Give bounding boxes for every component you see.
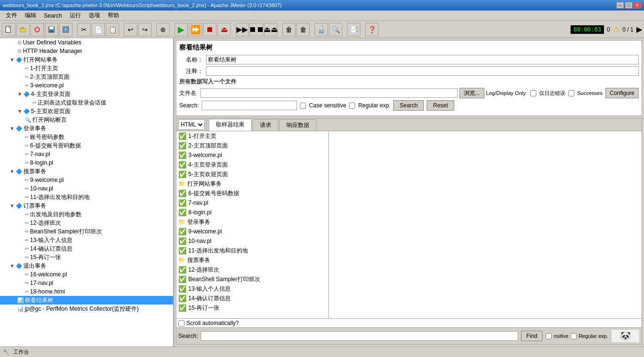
close-btn[interactable]: ✕ <box>634 2 641 9</box>
result-item[interactable]: ✅ 14-确认订票信息 <box>176 294 328 303</box>
result-item[interactable]: ✅ 6-提交账号密码数据 <box>176 189 328 198</box>
tree-item-select-dest[interactable]: ✏ 11-选择出发地和目的地 <box>0 193 173 201</box>
bottom-case-checkbox[interactable] <box>545 333 552 339</box>
result-item[interactable]: 📁 打开网站事务 <box>176 179 328 189</box>
result-item[interactable]: ✅ 9-welcome.pl <box>176 227 328 236</box>
reset-btn[interactable]: Reset <box>427 100 454 111</box>
result-item[interactable]: 📁 登录事务 <box>176 217 328 227</box>
save-template-btn[interactable]: T <box>59 23 72 36</box>
result-item[interactable]: ✅ 1-打开主页 <box>176 131 328 141</box>
paste-btn[interactable]: 📋 <box>106 23 119 36</box>
regular-exp-checkbox[interactable] <box>349 103 355 109</box>
html-format-select[interactable]: HTML <box>178 119 204 130</box>
clear-results-btn[interactable]: 🗑 <box>296 23 310 36</box>
close-file-btn[interactable] <box>31 23 44 36</box>
tree-item-confirm-book[interactable]: ✏ 14-确认订票信息 <box>0 244 173 253</box>
errors-only-checkbox[interactable] <box>530 90 536 96</box>
tree-item-submit-pwd[interactable]: ✏ 6-提交账号密码数据 <box>0 141 173 150</box>
menu-search[interactable]: Search <box>40 11 66 20</box>
new-btn[interactable] <box>2 23 15 36</box>
open-btn[interactable] <box>16 23 30 36</box>
configure-btn[interactable]: Configure <box>605 88 639 98</box>
menu-file[interactable]: 文件 <box>2 10 21 21</box>
case-sensitive-checkbox[interactable] <box>300 103 306 109</box>
tree-item-pwd-params[interactable]: ✏ 账号密码参数 <box>0 133 173 141</box>
tree-item-dest-params[interactable]: ✏ 出发地及目的地参数 <box>0 210 173 219</box>
result-item[interactable]: ✅ 4-主页登录页面 <box>176 160 328 169</box>
name-input[interactable] <box>206 55 639 64</box>
tree-item-logout-tx[interactable]: ▼ 🔷 退出事务 <box>0 262 173 270</box>
tree-item-search-tx[interactable]: ▼ 🔷 搜票事务 <box>0 167 173 176</box>
find-btn[interactable]: 🔍 <box>329 23 342 36</box>
menu-run[interactable]: 运行 <box>66 10 85 21</box>
templates-btn[interactable]: 📑 <box>347 23 360 36</box>
tree-item-login-tx[interactable]: ▼ 🔷 登录事务 <box>0 124 173 133</box>
tree-item-personal-info[interactable]: ✏ 13-输入个人信息 <box>0 236 173 244</box>
tree-item-beanshell[interactable]: ✏ BeanShell Sampler打印班次 <box>0 227 173 236</box>
remote-shutdown-btn[interactable]: ⏏⏏ <box>264 23 277 36</box>
restore-btn[interactable]: □ <box>625 2 633 9</box>
tree-item-http-header[interactable]: ⚙ HTTP Header Manager <box>0 47 173 55</box>
find-btn[interactable]: Find <box>521 331 542 341</box>
tree-item-user-vars[interactable]: ⚙ User Defined Variables <box>0 38 173 47</box>
tree-item-perfmon[interactable]: 📊 jp@gc - PerfMon Metrics Collector(监控硬件… <box>0 304 173 313</box>
tree-item-login8[interactable]: ✏ 8-login.pl <box>0 158 173 167</box>
tree-item-open-main[interactable]: ✏ 1-打开主页 <box>0 64 173 73</box>
function-helper-btn[interactable]: 🔬 <box>315 23 328 36</box>
undo-btn[interactable]: ↩ <box>124 23 137 36</box>
tree-item-book-again[interactable]: ✏ 15-再订一张 <box>0 253 173 262</box>
search-input[interactable] <box>202 101 297 110</box>
result-item[interactable]: ✅ 3-welcome.pl <box>176 150 328 160</box>
tree-item-main-top[interactable]: ✏ 2-主页顶部页面 <box>0 73 173 81</box>
tree-item-regex-extract[interactable]: ✏ 正则表达式提取登录会话值 <box>0 98 173 107</box>
cut-btn[interactable]: ✂ <box>77 23 91 36</box>
result-item[interactable]: ✅ 2-主页顶部页面 <box>176 141 328 150</box>
minimize-btn[interactable]: ─ <box>616 2 624 9</box>
successes-checkbox[interactable] <box>568 90 574 96</box>
help-btn[interactable]: ❓ <box>365 23 378 36</box>
scroll-auto-checkbox[interactable] <box>178 320 184 326</box>
tree-item-nav10[interactable]: ✏ 10-nav.pl <box>0 184 173 193</box>
search-btn[interactable]: Search <box>393 100 424 111</box>
result-item[interactable]: ✅ 7-nav.pl <box>176 198 328 208</box>
tree-item-welcome9[interactable]: ✏ 9-welcome.pl <box>0 176 173 184</box>
menu-edit[interactable]: 编辑 <box>21 10 40 21</box>
stop-btn[interactable]: ⏹ <box>203 23 216 36</box>
result-item[interactable]: ✅ 11-选择出发地和目的地 <box>176 246 328 255</box>
bottom-search-input[interactable] <box>201 331 518 341</box>
tree-item-assertion[interactable]: 🔍 打开网站断言 <box>0 116 173 124</box>
clear-btn[interactable]: 🗑 <box>282 23 296 36</box>
tree-item-welcome16[interactable]: ✏ 16-welcome.pl <box>0 270 173 279</box>
tree-item-nav7[interactable]: ✏ 7-nav.pl <box>0 150 173 158</box>
result-item[interactable]: ✅ 15-再订一张 <box>176 303 328 313</box>
tree-item-welcome[interactable]: ✏ 3-welcome.pl <box>0 81 173 90</box>
tree-item-login-page-tx[interactable]: ▼ 🔷 4-主页登录页面 <box>0 90 173 98</box>
result-tree[interactable]: ✅ 1-打开主页 ✅ 2-主页顶部页面 ✅ 3-welcome.pl ✅ 4-主… <box>176 131 329 318</box>
remote-stop-btn[interactable]: ⏹⏹ <box>250 23 263 36</box>
result-item[interactable]: ✅ 12-选择班次 <box>176 265 328 274</box>
menu-options[interactable]: 选项 <box>85 10 104 21</box>
tree-item-book-tx[interactable]: ▼ 🔷 订票事务 <box>0 201 173 210</box>
comment-input[interactable] <box>206 66 639 76</box>
result-item[interactable]: ✅ 5-主页欢迎页面 <box>176 169 328 179</box>
result-item[interactable]: ✅ 8-login.pl <box>176 208 328 217</box>
tree-item-nav17[interactable]: ✏ 17-nav.pl <box>0 279 173 287</box>
tree-item-home18[interactable]: ✏ 18-home.html <box>0 287 173 296</box>
menu-help[interactable]: 帮助 <box>104 10 123 21</box>
result-item[interactable]: ✅ 13-输入个人信息 <box>176 284 328 294</box>
result-item[interactable]: ✅ 10-nav.pl <box>176 236 328 246</box>
save-btn[interactable] <box>45 23 58 36</box>
tree-item-select-flight[interactable]: ✏ 12-选择班次 <box>0 219 173 227</box>
tree-item-open-site-tx[interactable]: ▼ 🔷 打开网站事务 <box>0 55 173 64</box>
start-btn[interactable]: ▶ <box>174 23 188 36</box>
expand-btn[interactable]: ⊕ <box>156 23 170 36</box>
result-item[interactable]: 📁 搜票事务 <box>176 255 328 265</box>
remote-start-btn[interactable]: ▶▶ <box>235 23 249 36</box>
bottom-regex-checkbox[interactable] <box>571 333 577 339</box>
copy-btn[interactable]: 📄 <box>92 23 105 36</box>
shutdown-btn[interactable]: ⏏ <box>217 23 231 36</box>
redo-btn[interactable]: ↪ <box>138 23 152 36</box>
tab-sampler-results[interactable]: 取样器结果 <box>209 119 252 131</box>
tree-item-welcome-page-tx[interactable]: ▼ 🔷 5-主页欢迎页面 <box>0 107 173 116</box>
browse-btn[interactable]: 浏览... <box>460 88 484 98</box>
